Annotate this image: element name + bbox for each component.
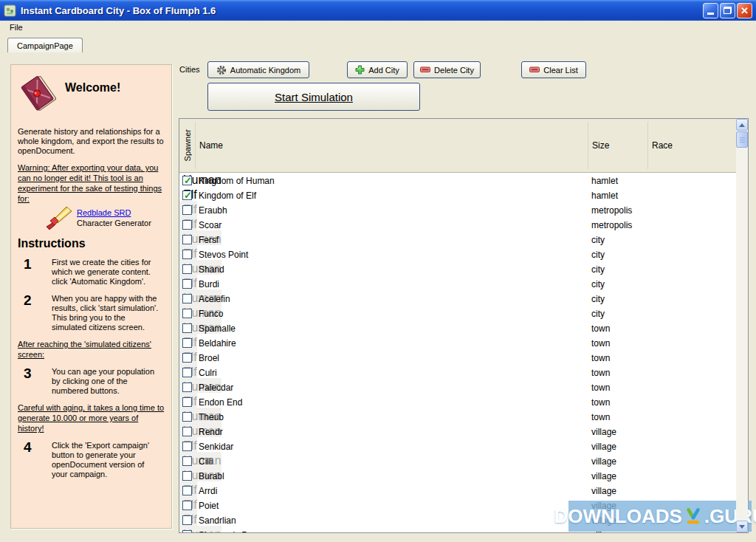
row-checkbox[interactable] xyxy=(182,412,192,422)
table-row[interactable]: Broel town Elf xyxy=(179,351,736,366)
menu-file[interactable]: File xyxy=(6,22,27,32)
step-text: You can age your population by clicking … xyxy=(52,367,165,396)
row-checkbox[interactable] xyxy=(182,471,192,481)
row-checkbox[interactable] xyxy=(182,515,192,525)
row-checkbox[interactable] xyxy=(182,501,192,510)
row-size: village xyxy=(591,456,616,467)
row-checkbox[interactable] xyxy=(182,427,192,436)
start-simulation-button[interactable]: Start Simulation xyxy=(207,83,420,111)
restore-button[interactable] xyxy=(720,3,735,18)
row-size: village xyxy=(591,427,616,437)
row-checkbox[interactable] xyxy=(182,250,192,259)
close-icon: ✕ xyxy=(740,6,749,16)
table-row[interactable]: Acelefin city Human xyxy=(179,292,736,306)
scroll-down-button[interactable] xyxy=(736,521,748,532)
table-row[interactable]: Rendr village Human xyxy=(179,425,736,439)
row-name: Cilli xyxy=(199,456,213,467)
row-checkbox[interactable] xyxy=(182,397,192,407)
column-header-spawner[interactable]: Spawner xyxy=(179,122,196,169)
table-row[interactable]: Scoar metropolis Elf xyxy=(179,218,736,233)
row-size: town xyxy=(591,412,610,422)
row-size: town xyxy=(591,323,610,334)
warning-text: Warning: After exporting your data, you … xyxy=(18,162,165,204)
vertical-scrollbar[interactable] xyxy=(736,119,748,532)
row-size: village xyxy=(591,471,616,481)
menu-bar: File xyxy=(0,21,756,34)
column-header-race[interactable]: Race xyxy=(648,122,738,169)
table-row[interactable]: Shand city Human xyxy=(179,262,736,277)
table-row[interactable]: Stevos Point city Elf xyxy=(179,247,736,262)
redblade-link[interactable]: Redblade SRD xyxy=(77,208,151,217)
instruction-step-1: 1 First we create the cities for which w… xyxy=(18,258,165,287)
row-name: Scoar xyxy=(199,220,221,230)
row-checkbox[interactable] xyxy=(182,368,192,377)
row-name: Theub xyxy=(199,412,224,422)
row-checkbox[interactable] xyxy=(182,323,192,333)
row-checkbox[interactable] xyxy=(182,264,192,274)
close-button[interactable]: ✕ xyxy=(737,3,752,18)
button-label: Automatic Kingdom xyxy=(230,66,300,75)
table-row[interactable]: Kingdom of Elf hamlet Elf xyxy=(179,188,736,203)
delete-city-button[interactable]: Delete City xyxy=(413,61,481,78)
row-checkbox[interactable] xyxy=(182,279,192,289)
table-row[interactable]: Burabl village Human xyxy=(179,469,736,484)
restore-icon xyxy=(724,7,732,14)
row-name: Culri xyxy=(199,368,217,378)
table-row[interactable]: Culri town Elf xyxy=(179,366,736,380)
column-header-size[interactable]: Size xyxy=(588,122,648,169)
table-header: Spawner Name Size Race xyxy=(179,119,736,173)
row-checkbox[interactable] xyxy=(182,338,192,348)
row-name: Eraubh xyxy=(199,205,227,216)
table-row[interactable]: Beldahire town Elf xyxy=(179,336,736,351)
row-checkbox[interactable] xyxy=(182,309,192,318)
table-row[interactable]: Endon End town Elf xyxy=(179,395,736,410)
row-checkbox[interactable] xyxy=(182,456,192,466)
minimize-button[interactable] xyxy=(703,3,718,18)
watermark-text-left: DOWNLOADS xyxy=(554,507,681,526)
row-checkbox[interactable] xyxy=(182,220,192,230)
table-row[interactable]: Funco city Human xyxy=(179,306,736,321)
row-checkbox[interactable] xyxy=(182,530,192,532)
row-name: Broel xyxy=(199,353,219,363)
row-checkbox[interactable] xyxy=(182,383,192,392)
button-label: Add City xyxy=(368,66,399,75)
table-row[interactable]: Arrdi village Elf xyxy=(179,484,736,498)
row-size: city xyxy=(591,279,605,289)
table-row[interactable]: Theub town Human xyxy=(179,410,736,425)
scrollbar-thumb[interactable] xyxy=(736,131,748,148)
table-row[interactable]: Palecdar town Human xyxy=(179,380,736,395)
row-name: Poiet xyxy=(199,501,219,511)
row-name: Palecdar xyxy=(199,383,233,393)
clear-list-button[interactable]: Clear List xyxy=(521,61,586,78)
title-bar[interactable]: Instant Cardboard City - Box of Flumph 1… xyxy=(0,0,756,21)
row-checkbox[interactable] xyxy=(182,205,192,215)
scroll-up-button[interactable] xyxy=(736,119,748,131)
row-checkbox[interactable] xyxy=(182,442,192,451)
row-checkbox[interactable] xyxy=(182,176,192,185)
table-row[interactable]: Spamalle town Human xyxy=(179,321,736,336)
table-row[interactable]: Burdi city Elf xyxy=(179,277,736,292)
step-number: 3 xyxy=(18,367,52,396)
scroll-down-icon xyxy=(739,525,745,529)
table-row[interactable]: Fersf city Human xyxy=(179,233,736,247)
table-row[interactable]: Kingdom of Human hamlet Human xyxy=(179,174,736,188)
minimize-icon xyxy=(707,13,714,15)
row-checkbox[interactable] xyxy=(182,191,192,200)
tab-campaign-page[interactable]: CampaignPage xyxy=(7,38,83,52)
cities-table: Spawner Name Size Race Kingdom of Human … xyxy=(179,118,749,533)
button-label: Delete City xyxy=(434,66,474,75)
row-checkbox[interactable] xyxy=(182,353,192,363)
app-icon xyxy=(4,4,16,17)
add-city-button[interactable]: Add City xyxy=(347,61,408,78)
step-number: 2 xyxy=(18,294,52,332)
row-checkbox[interactable] xyxy=(182,486,192,495)
table-row[interactable]: Senkidar village Elf xyxy=(179,439,736,454)
row-name: Senkidar xyxy=(199,442,233,452)
column-header-name[interactable]: Name xyxy=(196,122,588,169)
step-text: When you are happy with the results, cli… xyxy=(52,294,165,332)
row-checkbox[interactable] xyxy=(182,294,192,303)
table-row[interactable]: Cilli village Human xyxy=(179,454,736,469)
row-checkbox[interactable] xyxy=(182,235,192,244)
table-row[interactable]: Eraubh metropolis Elf xyxy=(179,203,736,218)
automatic-kingdom-button[interactable]: Automatic Kingdom xyxy=(207,61,309,78)
